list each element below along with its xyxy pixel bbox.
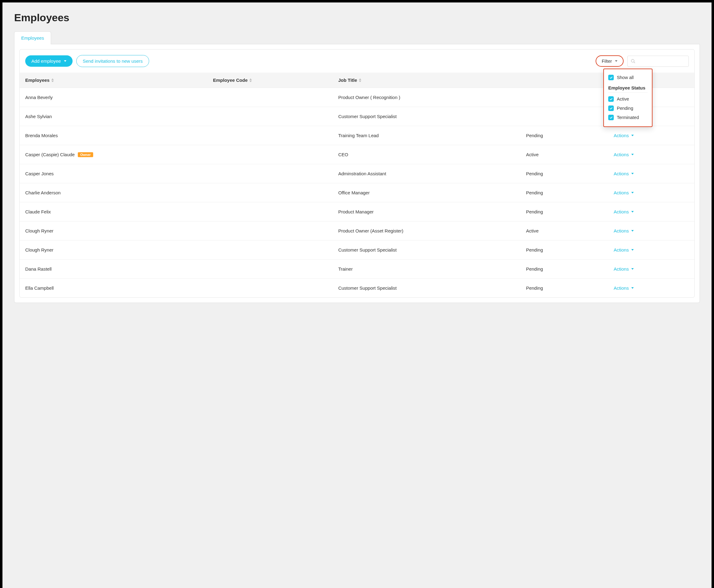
filter-option-label: Pending [617, 106, 633, 111]
column-header-job-title[interactable]: Job Title [338, 78, 526, 83]
filter-button[interactable]: Filter [595, 55, 624, 67]
status-cell: Active [526, 228, 614, 233]
job-title-cell: CEO [338, 152, 526, 157]
job-title-cell: Trainer [338, 266, 526, 272]
employee-name: Casper Jones [25, 171, 54, 176]
app-window: Employees Employees Add employee Send in… [2, 2, 712, 588]
chevron-down-icon [64, 60, 66, 62]
table-row: Claude FelixProduct ManagerPendingAction… [20, 202, 694, 221]
sort-icon [249, 79, 252, 82]
sort-icon [359, 79, 361, 82]
status-cell: Pending [526, 171, 614, 176]
job-title-cell: Product Owner (Asset Register) [338, 228, 526, 233]
search-input[interactable] [638, 59, 686, 64]
employee-name-cell: Dana Rastell [25, 266, 213, 272]
employee-name-cell: Clough Ryner [25, 247, 213, 252]
chevron-down-icon [631, 211, 634, 212]
chevron-down-icon [615, 60, 617, 62]
job-title-cell: Customer Support Specialist [338, 247, 526, 252]
row-actions-button[interactable]: Actions [614, 266, 689, 272]
filter-label: Filter [602, 59, 612, 64]
add-employee-button[interactable]: Add employee [25, 55, 72, 67]
table-row: Casper JonesAdminstration AssistantPendi… [20, 164, 694, 183]
row-actions-button[interactable]: Actions [614, 133, 689, 138]
tab-employees[interactable]: Employees [14, 31, 51, 44]
filter-option-label: Terminated [617, 115, 639, 120]
page-title: Employees [14, 12, 700, 24]
employee-name-cell: Casper Jones [25, 171, 213, 176]
row-actions-button[interactable]: Actions [614, 247, 689, 252]
table-row: Casper (Caspie) ClaudeOwnerCEOActiveActi… [20, 145, 694, 164]
inner-panel: Add employee Send invitations to new use… [19, 49, 695, 298]
job-title-cell: Customer Support Specialist [338, 114, 526, 119]
status-cell: Pending [526, 133, 614, 138]
employee-name-cell: Ashe Sylvian [25, 114, 213, 119]
employee-name: Claude Felix [25, 209, 51, 214]
checkbox-checked-icon [608, 115, 614, 120]
employees-table: Employees Employee Code Job Title [20, 72, 694, 297]
actions-label: Actions [614, 228, 629, 233]
actions-label: Actions [614, 286, 629, 291]
column-header-label: Employee Code [213, 78, 248, 83]
employee-name: Brenda Morales [25, 133, 58, 138]
column-header-employees[interactable]: Employees [25, 78, 213, 83]
add-employee-label: Add employee [31, 59, 61, 64]
send-invitations-label: Send invitations to new users [83, 59, 143, 64]
job-title-cell: Product Manager [338, 209, 526, 214]
filter-option-active[interactable]: Active [608, 94, 648, 104]
column-header-label: Job Title [338, 78, 357, 83]
job-title-cell: Training Team Lead [338, 133, 526, 138]
owner-badge: Owner [78, 152, 93, 157]
table-body: Anna BeverlyProduct Owner ( Recognition … [20, 88, 694, 297]
chevron-down-icon [631, 249, 634, 251]
search-box[interactable] [627, 56, 689, 67]
employee-name-cell: Brenda Morales [25, 133, 213, 138]
table-row: Charlie AndersonOffice ManagerPendingAct… [20, 183, 694, 202]
actions-label: Actions [614, 152, 629, 157]
filter-option-pending[interactable]: Pending [608, 104, 648, 113]
filter-show-all[interactable]: Show all [608, 73, 648, 82]
employee-name-cell: Anna Beverly [25, 95, 213, 100]
actions-label: Actions [614, 209, 629, 214]
column-header-employee-code[interactable]: Employee Code [213, 78, 338, 83]
table-row: Dana RastellTrainerPendingActions [20, 259, 694, 278]
actions-label: Actions [614, 247, 629, 252]
status-cell: Pending [526, 286, 614, 291]
chevron-down-icon [631, 268, 634, 270]
row-actions-button[interactable]: Actions [614, 286, 689, 291]
send-invitations-button[interactable]: Send invitations to new users [76, 55, 149, 67]
row-actions-button[interactable]: Actions [614, 209, 689, 214]
tabs-row: Employees [14, 31, 700, 44]
employee-name: Clough Ryner [25, 228, 54, 233]
row-actions-button[interactable]: Actions [614, 171, 689, 176]
sort-icon [51, 79, 54, 82]
employee-name: Clough Ryner [25, 247, 54, 252]
svg-line-1 [634, 62, 635, 63]
checkbox-checked-icon [608, 96, 614, 102]
checkbox-checked-icon [608, 105, 614, 111]
status-cell: Pending [526, 209, 614, 214]
employee-name-cell: Ella Campbell [25, 286, 213, 291]
row-actions-button[interactable]: Actions [614, 152, 689, 157]
table-header-row: Employees Employee Code Job Title [20, 72, 694, 88]
filter-option-terminated[interactable]: Terminated [608, 113, 648, 122]
status-cell: Pending [526, 247, 614, 252]
table-row: Clough RynerProduct Owner (Asset Registe… [20, 221, 694, 240]
employee-name: Charlie Anderson [25, 190, 61, 195]
filter-show-all-label: Show all [617, 75, 634, 80]
filter-option-label: Active [617, 97, 629, 102]
content-panel: Add employee Send invitations to new use… [14, 44, 700, 303]
row-actions-button[interactable]: Actions [614, 228, 689, 233]
employee-name-cell: Casper (Caspie) ClaudeOwner [25, 152, 213, 157]
row-actions-button[interactable]: Actions [614, 190, 689, 195]
chevron-down-icon [631, 287, 634, 289]
employee-name: Anna Beverly [25, 95, 52, 100]
status-cell: Active [526, 152, 614, 157]
table-row: Brenda MoralesTraining Team LeadPendingA… [20, 126, 694, 145]
checkbox-checked-icon [608, 75, 614, 80]
status-cell: Pending [526, 266, 614, 272]
table-row: Clough RynerCustomer Support SpecialistP… [20, 240, 694, 259]
employee-name-cell: Claude Felix [25, 209, 213, 214]
table-row: Anna BeverlyProduct Owner ( Recognition … [20, 88, 694, 107]
job-title-cell: Adminstration Assistant [338, 171, 526, 176]
